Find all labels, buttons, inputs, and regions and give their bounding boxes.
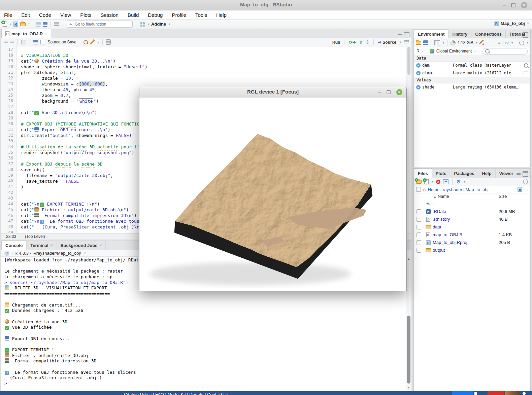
inspect-icon[interactable]: [524, 63, 528, 68]
code-line[interactable]: [21, 47, 406, 52]
console-scrollbar-thumb[interactable]: [407, 316, 410, 384]
scroll-up-icon[interactable]: ▲: [406, 257, 411, 260]
scope-selector[interactable]: (Top Level) ↕: [25, 234, 48, 239]
code-tools-icon[interactable]: [90, 40, 95, 44]
editor-scrollbar-thumb[interactable]: [407, 47, 410, 75]
code-line[interactable]: shade <- sphere_shade(elmat, texture = "…: [21, 64, 406, 70]
minimize-icon[interactable]: –: [503, 2, 506, 8]
rgl-minimize-icon[interactable]: –: [378, 89, 381, 95]
rgl-3d-render[interactable]: [139, 98, 406, 291]
tab-map-to-obj-r[interactable]: R map_to_OBJ.R ×: [1, 29, 51, 38]
close-icon[interactable]: ×: [521, 2, 527, 8]
menu-item-file[interactable]: File: [4, 12, 12, 18]
file-checkbox[interactable]: [417, 225, 421, 229]
memory-caret[interactable]: ▾: [476, 41, 477, 44]
file-checkbox[interactable]: [417, 217, 421, 222]
clear-objects-icon[interactable]: [479, 40, 484, 45]
load-workspace-icon[interactable]: [416, 41, 421, 45]
tab-console[interactable]: Console: [1, 241, 27, 250]
source-on-save-checkbox[interactable]: [40, 40, 45, 44]
save-icon[interactable]: [36, 22, 41, 27]
menu-item-help[interactable]: Help: [216, 12, 227, 18]
file-link[interactable]: .RData: [433, 209, 446, 214]
r-logo-icon[interactable]: R: [4, 251, 9, 256]
file-checkbox[interactable]: [417, 248, 421, 253]
source-caret[interactable]: ▾: [400, 41, 401, 44]
open-file-icon[interactable]: [20, 22, 26, 26]
save-all-icon[interactable]: [43, 22, 47, 27]
r-version-caret[interactable]: ▾: [11, 252, 13, 255]
menu-item-view[interactable]: View: [60, 12, 71, 18]
tab-close-icon[interactable]: ×: [51, 243, 53, 248]
tab-connections[interactable]: Connections: [471, 30, 506, 38]
tab-packages[interactable]: Packages: [450, 169, 478, 178]
file-link[interactable]: Map_to_obj.Rproj: [433, 240, 467, 245]
menu-item-debug[interactable]: Debug: [148, 12, 163, 18]
tab-history[interactable]: History: [448, 30, 471, 38]
document-outline-icon[interactable]: [404, 40, 409, 44]
file-link[interactable]: data: [433, 224, 441, 229]
tab-files[interactable]: Files: [414, 169, 432, 178]
language-selector[interactable]: R: [417, 49, 420, 53]
editor-scrollbar[interactable]: [406, 46, 411, 234]
menu-item-session[interactable]: Session: [101, 12, 119, 18]
breadcrumb-home[interactable]: Home: [428, 187, 439, 192]
scroll-down-icon[interactable]: ▼: [406, 386, 411, 389]
select-all-checkbox[interactable]: [416, 187, 421, 192]
editor-save-icon[interactable]: [33, 40, 38, 44]
menu-item-plots[interactable]: Plots: [80, 12, 91, 18]
code-line[interactable]: # VISUALISATION 3D: [21, 52, 406, 58]
view-table-icon[interactable]: [524, 71, 528, 75]
save-workspace-icon[interactable]: [423, 40, 428, 45]
import-dataset-caret[interactable]: ▾: [443, 41, 444, 44]
code-line[interactable]: cat(" Création de la vue 3D...\n"): [21, 58, 406, 64]
rgl-restore-icon[interactable]: [387, 90, 391, 94]
tab-environment[interactable]: Environment: [414, 29, 448, 38]
new-project-icon[interactable]: R: [13, 22, 18, 27]
code-line[interactable]: plot_3d(shade, elmat,: [21, 70, 406, 75]
run-next-icon[interactable]: ⇩: [366, 40, 369, 45]
up-icon[interactable]: ⬑: [426, 201, 430, 207]
file-row[interactable]: Rmap_to_OBJ.R1.4 KB: [414, 231, 530, 239]
tab-background-jobs[interactable]: Background Jobs×: [57, 241, 106, 250]
file-row[interactable]: output: [414, 246, 530, 254]
environment-scope-selector[interactable]: Global Environment: [436, 49, 472, 53]
new-folder-icon[interactable]: +: [416, 180, 422, 184]
file-link[interactable]: map_to_OBJ.R: [433, 232, 463, 237]
menu-item-build[interactable]: Build: [128, 12, 139, 18]
tab-close-icon[interactable]: ×: [99, 243, 102, 248]
file-checkbox[interactable]: [417, 209, 421, 214]
run-button[interactable]: → Run: [327, 40, 340, 45]
expand-icon[interactable]: ▶: [416, 71, 421, 75]
tab-help[interactable]: Help: [478, 169, 495, 178]
file-row[interactable]: R.RData20.6 MB: [414, 208, 530, 215]
restore-icon[interactable]: [511, 3, 516, 7]
delete-file-icon[interactable]: ×: [436, 180, 440, 184]
file-checkbox[interactable]: [417, 232, 421, 237]
more-file-commands-caret[interactable]: ▾: [464, 180, 465, 183]
file-row[interactable]: ⬑..: [414, 200, 530, 208]
breadcrumb-rayshader[interactable]: rayshader: [443, 187, 462, 192]
environment-object-row[interactable]: ▶demFormal class RasterLayer: [414, 62, 530, 69]
import-dataset-icon[interactable]: [434, 40, 440, 45]
more-file-commands-icon[interactable]: ⚙: [456, 179, 461, 184]
scope-caret[interactable]: ▾: [474, 50, 476, 53]
file-link[interactable]: ..: [433, 201, 435, 206]
rgl-close-icon[interactable]: ×: [396, 89, 402, 95]
code-line[interactable]: windowsize = c(800, 600),: [21, 81, 406, 87]
rgl-device-window[interactable]: RGL device 1 [Focus] – ×: [139, 87, 407, 291]
find-icon[interactable]: [84, 40, 88, 44]
tab-terminal[interactable]: Terminal×: [27, 241, 57, 250]
popout-icon[interactable]: [21, 40, 26, 44]
goto-file-box[interactable]: ➤: [67, 21, 133, 28]
environment-search-box[interactable]: [483, 48, 528, 55]
file-row[interactable]: RMap_to_obj.Rproj205 B: [414, 239, 530, 246]
code-tools-caret[interactable]: ▾: [98, 41, 99, 44]
forward-icon[interactable]: ⇨: [10, 39, 14, 45]
breadcrumb-map_to_obj[interactable]: Map_to_obj: [466, 187, 489, 192]
goto-file-input[interactable]: [74, 22, 123, 27]
copy-file-icon[interactable]: ➜: [443, 179, 448, 184]
expand-icon[interactable]: ▶: [416, 85, 421, 89]
pane-maximize-icon[interactable]: [523, 171, 528, 177]
source-button[interactable]: ➜ Source: [378, 40, 396, 45]
